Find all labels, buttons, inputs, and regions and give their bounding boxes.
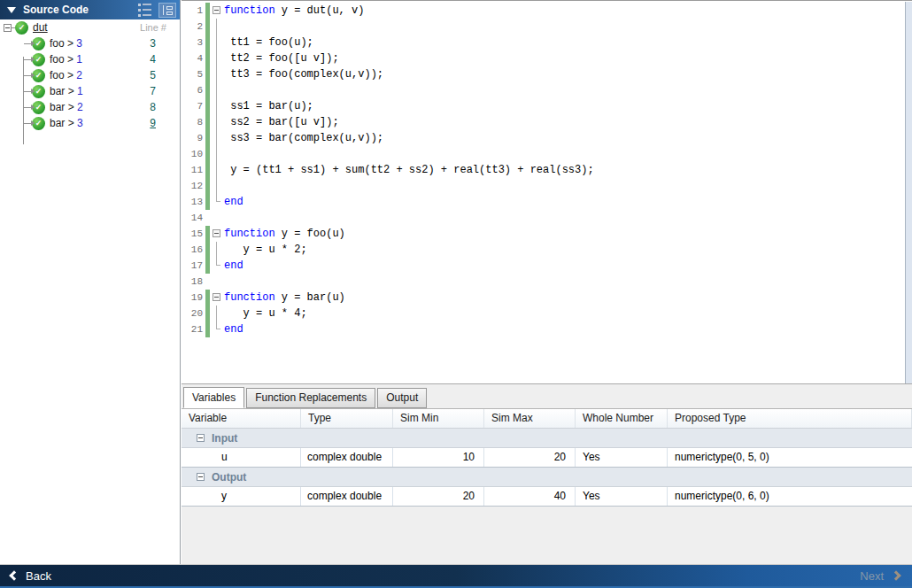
column-header-variable[interactable]: Variable xyxy=(182,409,301,428)
fixed-point-converter-window: Source Code ✓ dut Line # ✓foo > 33✓foo >… xyxy=(0,0,912,588)
code-line: 7 ss1 = bar(u); xyxy=(182,98,912,114)
code-text: function y = foo(u) xyxy=(224,228,345,240)
code-fragment: y = foo(u) xyxy=(275,228,345,240)
tree-item-line-number[interactable]: 9 xyxy=(150,117,156,129)
tree-view-icon[interactable] xyxy=(158,3,176,18)
function-name: bar > xyxy=(50,101,77,113)
expander-minus-icon[interactable] xyxy=(4,24,12,32)
fold-end-line xyxy=(216,194,220,202)
results-panel: Variables Function Replacements Output V… xyxy=(182,383,912,564)
fold-margin xyxy=(210,210,224,226)
collapse-minus-icon[interactable] xyxy=(197,473,205,481)
tree-item-line-number[interactable]: 3 xyxy=(150,37,156,50)
tab-function-replacements[interactable]: Function Replacements xyxy=(246,388,375,408)
code-line: 1function y = dut(u, v) xyxy=(182,3,912,19)
function-name: bar > xyxy=(50,117,77,129)
tree-item[interactable]: ✓bar > 39 xyxy=(0,115,180,131)
tree-item-label[interactable]: foo > 3 xyxy=(50,37,82,50)
cell-proposed-type: numerictype(0, 5, 0) xyxy=(668,448,912,467)
tree-item[interactable]: ✓foo > 25 xyxy=(0,67,180,83)
fold-line xyxy=(216,35,217,50)
fold-line xyxy=(216,19,217,35)
code-text: function y = bar(u) xyxy=(224,291,345,304)
code-line: 17end xyxy=(182,258,912,274)
call-index: 2 xyxy=(77,101,83,113)
back-button[interactable]: Back xyxy=(11,569,51,583)
code-fragment: y = (tt1 + ss1) + sum(tt2 + ss2) + real(… xyxy=(224,164,594,176)
tree-item[interactable]: ✓bar > 28 xyxy=(0,99,180,115)
column-header-type[interactable]: Type xyxy=(301,409,393,428)
code-line: 2 xyxy=(182,19,912,35)
table-group-row[interactable]: Input xyxy=(182,429,912,448)
tree-item-line-number[interactable]: 5 xyxy=(150,69,156,81)
chevron-left-icon xyxy=(9,570,19,580)
code-text: ss3 = bar(complex(u,v)); xyxy=(224,132,383,144)
tab-variables[interactable]: Variables xyxy=(183,387,244,408)
code-line: 5 tt3 = foo(complex(u,v)); xyxy=(182,66,912,82)
cell-variable: y xyxy=(182,487,301,506)
table-row[interactable]: ycomplex double2040Yesnumerictype(0, 6, … xyxy=(182,487,912,507)
fold-toggle-icon[interactable] xyxy=(213,229,220,237)
column-header-sim-max[interactable]: Sim Max xyxy=(484,409,576,428)
table-group-row[interactable]: Output xyxy=(182,468,912,487)
tree-item-label[interactable]: bar > 2 xyxy=(50,101,83,113)
fold-line xyxy=(216,306,217,321)
tree-item[interactable]: ✓bar > 17 xyxy=(0,83,180,99)
code-line: 15function y = foo(u) xyxy=(182,226,912,242)
fold-line xyxy=(216,66,217,82)
tree-item[interactable]: ✓foo > 14 xyxy=(0,51,180,67)
tree-item-label[interactable]: bar > 3 xyxy=(50,117,83,129)
line-number: 5 xyxy=(182,69,203,80)
cell-sim-max: 40 xyxy=(484,487,576,506)
code-fragment: y = u * 4; xyxy=(224,307,307,320)
line-number: 12 xyxy=(182,181,203,191)
tree-item-line-number[interactable]: 4 xyxy=(150,53,156,66)
tree-item-label[interactable]: bar > 1 xyxy=(50,85,83,97)
arrow-connector-icon xyxy=(24,59,31,60)
keyword: end xyxy=(224,196,243,208)
fold-margin xyxy=(210,321,224,337)
code-line: 12 xyxy=(182,178,912,194)
tree-item-line-number[interactable]: 7 xyxy=(150,85,156,97)
code-line: 3 tt1 = foo(u); xyxy=(182,35,912,50)
line-number: 16 xyxy=(182,244,203,255)
tree-item-label[interactable]: foo > 2 xyxy=(50,69,82,81)
tree-item[interactable]: ✓foo > 33 xyxy=(0,35,180,51)
column-header-proposed-type[interactable]: Proposed Type xyxy=(668,409,912,428)
cell-type: complex double xyxy=(301,487,393,506)
tree-item-line-number[interactable]: 8 xyxy=(150,101,156,113)
list-view-icon[interactable] xyxy=(138,4,151,17)
line-number: 2 xyxy=(182,21,203,32)
tab-output[interactable]: Output xyxy=(377,388,427,408)
line-number: 6 xyxy=(182,85,203,96)
fold-line xyxy=(216,98,217,114)
tree-item-label[interactable]: dut xyxy=(33,21,48,34)
code-line: 10 xyxy=(182,146,912,162)
table-row[interactable]: ucomplex double1020Yesnumerictype(0, 5, … xyxy=(182,448,912,468)
fold-margin xyxy=(210,146,224,162)
fold-line xyxy=(216,162,217,178)
collapse-minus-icon[interactable] xyxy=(197,434,205,442)
code-text: function y = dut(u, v) xyxy=(224,4,364,17)
next-button-label: Next xyxy=(860,569,884,583)
line-number: 21 xyxy=(182,324,203,335)
fold-margin xyxy=(210,290,224,306)
code-line: 6 xyxy=(182,82,912,98)
fold-toggle-icon[interactable] xyxy=(213,293,220,301)
fold-toggle-icon[interactable] xyxy=(213,6,220,14)
next-button[interactable]: Next xyxy=(860,569,900,583)
code-fragment: tt1 = foo(u); xyxy=(224,36,313,49)
source-code-panel-header: Source Code xyxy=(0,0,180,19)
column-header-whole-number[interactable]: Whole Number xyxy=(576,409,668,428)
line-number: 9 xyxy=(182,133,203,143)
line-number: 13 xyxy=(182,197,203,207)
panel-title: Source Code xyxy=(23,4,138,16)
fold-margin xyxy=(210,66,224,82)
vertical-scrollbar[interactable] xyxy=(905,2,912,383)
tree-item-label[interactable]: foo > 1 xyxy=(50,53,82,66)
variables-table-header: Variable Type Sim Min Sim Max Whole Numb… xyxy=(182,408,912,429)
code-line: 16 y = u * 2; xyxy=(182,242,912,258)
collapse-triangle-icon[interactable] xyxy=(7,7,16,13)
column-header-sim-min[interactable]: Sim Min xyxy=(393,409,484,428)
tree-item-dut[interactable]: ✓ dut Line # xyxy=(0,19,180,35)
